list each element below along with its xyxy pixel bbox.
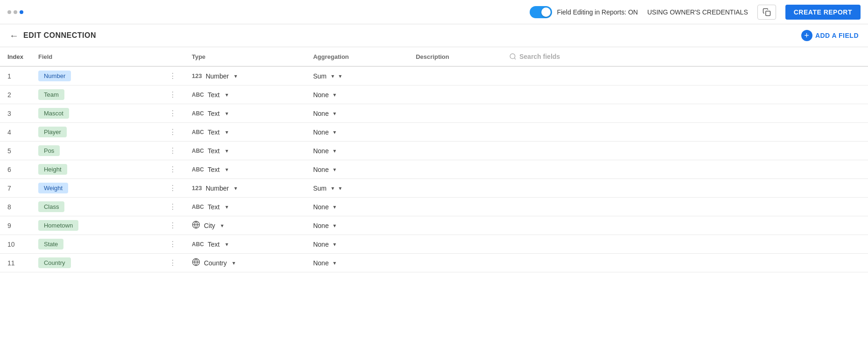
type-dropdown-arrow-icon[interactable]: ▾ bbox=[225, 92, 228, 98]
cell-aggregation[interactable]: None▾ bbox=[306, 216, 408, 235]
aggregation-dropdown-arrow-icon[interactable]: ▾ bbox=[333, 260, 336, 266]
drag-dots-icon[interactable]: ⋮ bbox=[169, 240, 177, 248]
type-dropdown-arrow-icon[interactable]: ▾ bbox=[232, 260, 235, 266]
cell-drag-handle[interactable]: ⋮ bbox=[161, 85, 184, 104]
type-dropdown-arrow-icon[interactable]: ▾ bbox=[221, 222, 224, 229]
agg-wrapper: None▾ bbox=[313, 166, 401, 173]
cell-type[interactable]: ABCText▾ bbox=[184, 85, 306, 104]
type-wrapper: ABCText▾ bbox=[192, 166, 298, 173]
cell-field[interactable]: Class bbox=[31, 198, 161, 216]
cell-field[interactable]: Team bbox=[31, 85, 161, 104]
drag-dots-icon[interactable]: ⋮ bbox=[169, 184, 177, 192]
field-tag[interactable]: Pos bbox=[38, 145, 60, 156]
aggregation-dropdown-arrow-icon[interactable]: ▾ bbox=[331, 73, 334, 79]
cell-type[interactable]: ABCText▾ bbox=[184, 198, 306, 216]
aggregation-dropdown-arrow-icon[interactable]: ▾ bbox=[333, 129, 336, 135]
type-dropdown-arrow-icon[interactable]: ▾ bbox=[225, 166, 228, 173]
type-dropdown-arrow-icon[interactable]: ▾ bbox=[225, 204, 228, 210]
cell-type[interactable]: ABCText▾ bbox=[184, 104, 306, 123]
cell-aggregation[interactable]: None▾ bbox=[306, 160, 408, 179]
cell-type[interactable]: ABCText▾ bbox=[184, 142, 306, 160]
drag-dots-icon[interactable]: ⋮ bbox=[169, 91, 177, 99]
cell-type[interactable]: ABCText▾ bbox=[184, 235, 306, 254]
cell-aggregation[interactable]: None▾ bbox=[306, 104, 408, 123]
field-tag[interactable]: Weight bbox=[38, 183, 68, 193]
field-tag[interactable]: Number bbox=[38, 71, 71, 81]
drag-dots-icon[interactable]: ⋮ bbox=[169, 128, 177, 136]
cell-type[interactable]: 123Number▾ bbox=[184, 66, 306, 85]
type-dropdown-arrow-icon[interactable]: ▾ bbox=[234, 73, 237, 79]
col-header-field: Field bbox=[31, 47, 161, 66]
field-tag[interactable]: Hometown bbox=[38, 220, 78, 231]
cell-field[interactable]: Number bbox=[31, 66, 161, 85]
aggregation-dropdown-arrow-icon[interactable]: ▾ bbox=[333, 110, 336, 117]
field-tag[interactable]: Mascot bbox=[38, 108, 69, 119]
cell-field[interactable]: Hometown bbox=[31, 216, 161, 235]
cell-drag-handle[interactable]: ⋮ bbox=[161, 254, 184, 272]
field-editing-toggle[interactable] bbox=[530, 6, 552, 18]
field-tag[interactable]: Team bbox=[38, 89, 64, 100]
drag-dots-icon[interactable]: ⋮ bbox=[169, 203, 177, 211]
cell-field[interactable]: Country bbox=[31, 254, 161, 272]
type-dropdown-arrow-icon[interactable]: ▾ bbox=[225, 241, 228, 248]
cell-field[interactable]: Player bbox=[31, 123, 161, 142]
cell-drag-handle[interactable]: ⋮ bbox=[161, 123, 184, 142]
cell-drag-handle[interactable]: ⋮ bbox=[161, 235, 184, 254]
cell-aggregation[interactable]: Sum▾▾ bbox=[306, 179, 408, 198]
cell-aggregation[interactable]: None▾ bbox=[306, 123, 408, 142]
field-tag[interactable]: Class bbox=[38, 201, 65, 212]
field-tag[interactable]: Height bbox=[38, 164, 67, 175]
cell-field[interactable]: Mascot bbox=[31, 104, 161, 123]
drag-dots-icon[interactable]: ⋮ bbox=[169, 147, 177, 155]
cell-drag-handle[interactable]: ⋮ bbox=[161, 198, 184, 216]
drag-dots-icon[interactable]: ⋮ bbox=[169, 221, 177, 229]
cell-field[interactable]: Pos bbox=[31, 142, 161, 160]
cell-aggregation[interactable]: None▾ bbox=[306, 142, 408, 160]
cell-drag-handle[interactable]: ⋮ bbox=[161, 104, 184, 123]
field-tag[interactable]: Player bbox=[38, 127, 67, 137]
cell-aggregation[interactable]: None▾ bbox=[306, 198, 408, 216]
col-header-index: Index bbox=[0, 47, 31, 66]
type-dropdown-arrow-icon[interactable]: ▾ bbox=[234, 185, 237, 192]
cell-drag-handle[interactable]: ⋮ bbox=[161, 179, 184, 198]
aggregation-dropdown-arrow-icon[interactable]: ▾ bbox=[333, 222, 336, 229]
type-dropdown-arrow-icon[interactable]: ▾ bbox=[225, 129, 228, 135]
cell-aggregation[interactable]: None▾ bbox=[306, 235, 408, 254]
cell-field[interactable]: State bbox=[31, 235, 161, 254]
aggregation-dropdown-arrow-icon[interactable]: ▾ bbox=[333, 204, 336, 210]
cell-drag-handle[interactable]: ⋮ bbox=[161, 216, 184, 235]
cell-aggregation[interactable]: None▾ bbox=[306, 85, 408, 104]
create-report-button[interactable]: CREATE REPORT bbox=[785, 5, 861, 20]
cell-type[interactable]: ABCText▾ bbox=[184, 160, 306, 179]
cell-aggregation[interactable]: None▾ bbox=[306, 254, 408, 272]
field-tag[interactable]: Country bbox=[38, 257, 71, 268]
cell-drag-handle[interactable]: ⋮ bbox=[161, 160, 184, 179]
cell-type[interactable]: Country▾ bbox=[184, 254, 306, 272]
cell-field[interactable]: Height bbox=[31, 160, 161, 179]
cell-type[interactable]: ABCText▾ bbox=[184, 123, 306, 142]
type-dropdown-arrow-icon[interactable]: ▾ bbox=[225, 110, 228, 117]
aggregation-dropdown-arrow-icon[interactable]: ▾ bbox=[331, 185, 334, 192]
aggregation-secondary-arrow-icon[interactable]: ▾ bbox=[339, 73, 342, 79]
copy-button[interactable] bbox=[757, 5, 776, 20]
cell-drag-handle[interactable]: ⋮ bbox=[161, 142, 184, 160]
drag-dots-icon[interactable]: ⋮ bbox=[169, 259, 177, 267]
cell-drag-handle[interactable]: ⋮ bbox=[161, 66, 184, 85]
type-dropdown-arrow-icon[interactable]: ▾ bbox=[225, 148, 228, 154]
aggregation-dropdown-arrow-icon[interactable]: ▾ bbox=[333, 92, 336, 98]
aggregation-secondary-arrow-icon[interactable]: ▾ bbox=[339, 185, 342, 192]
aggregation-dropdown-arrow-icon[interactable]: ▾ bbox=[333, 241, 336, 248]
cell-aggregation[interactable]: Sum▾▾ bbox=[306, 66, 408, 85]
add-field-button[interactable]: + ADD A FIELD bbox=[801, 30, 859, 41]
back-arrow-icon[interactable]: ← bbox=[9, 30, 19, 41]
aggregation-dropdown-arrow-icon[interactable]: ▾ bbox=[333, 148, 336, 154]
drag-dots-icon[interactable]: ⋮ bbox=[169, 109, 177, 117]
field-editing-toggle-area[interactable]: Field Editing in Reports: ON bbox=[530, 6, 638, 18]
drag-dots-icon[interactable]: ⋮ bbox=[169, 72, 177, 80]
field-tag[interactable]: State bbox=[38, 239, 63, 249]
cell-type[interactable]: 123Number▾ bbox=[184, 179, 306, 198]
cell-field[interactable]: Weight bbox=[31, 179, 161, 198]
cell-type[interactable]: City▾ bbox=[184, 216, 306, 235]
aggregation-dropdown-arrow-icon[interactable]: ▾ bbox=[333, 166, 336, 173]
drag-dots-icon[interactable]: ⋮ bbox=[169, 165, 177, 173]
